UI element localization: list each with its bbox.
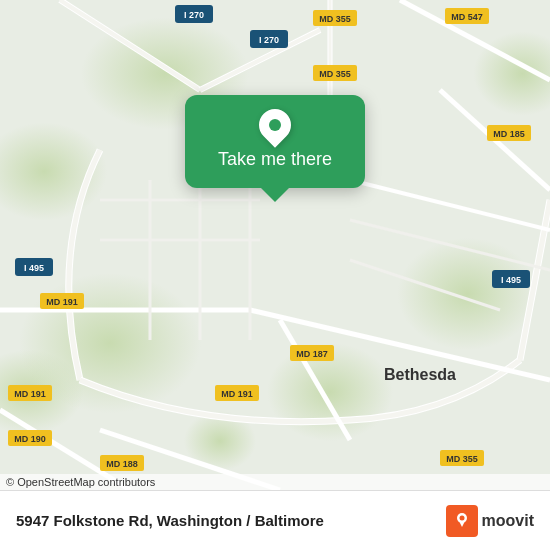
map-popup[interactable]: Take me there (185, 95, 365, 188)
popup-label: Take me there (218, 149, 332, 170)
svg-text:I 270: I 270 (259, 35, 279, 45)
svg-text:MD 355: MD 355 (446, 454, 478, 464)
svg-text:MD 191: MD 191 (14, 389, 46, 399)
svg-text:I 495: I 495 (24, 263, 44, 273)
svg-point-57 (459, 515, 464, 520)
svg-text:MD 185: MD 185 (493, 129, 525, 139)
svg-text:I 495: I 495 (501, 275, 521, 285)
svg-text:MD 188: MD 188 (106, 459, 138, 469)
svg-text:MD 355: MD 355 (319, 69, 351, 79)
svg-text:MD 191: MD 191 (221, 389, 253, 399)
copyright-bar: © OpenStreetMap contributors (0, 474, 550, 490)
address-text: 5947 Folkstone Rd, Washington / Baltimor… (16, 512, 436, 529)
svg-text:I 270: I 270 (184, 10, 204, 20)
moovit-text: moovit (482, 512, 534, 530)
map-container: I 270 I 270 MD 355 MD 547 MD 355 MD 185 … (0, 0, 550, 490)
svg-line-15 (350, 180, 550, 230)
svg-text:MD 547: MD 547 (451, 12, 483, 22)
bottom-bar: 5947 Folkstone Rd, Washington / Baltimor… (0, 490, 550, 550)
moovit-icon (446, 505, 478, 537)
svg-text:Bethesda: Bethesda (384, 366, 456, 383)
location-pin-icon (252, 102, 297, 147)
svg-text:MD 191: MD 191 (46, 297, 78, 307)
svg-line-17 (350, 260, 500, 310)
svg-line-16 (350, 220, 550, 270)
svg-text:MD 190: MD 190 (14, 434, 46, 444)
svg-text:MD 187: MD 187 (296, 349, 328, 359)
moovit-logo: moovit (446, 505, 534, 537)
svg-text:MD 355: MD 355 (319, 14, 351, 24)
roads-layer: I 270 I 270 MD 355 MD 547 MD 355 MD 185 … (0, 0, 550, 490)
copyright-text: © OpenStreetMap contributors (6, 476, 155, 488)
